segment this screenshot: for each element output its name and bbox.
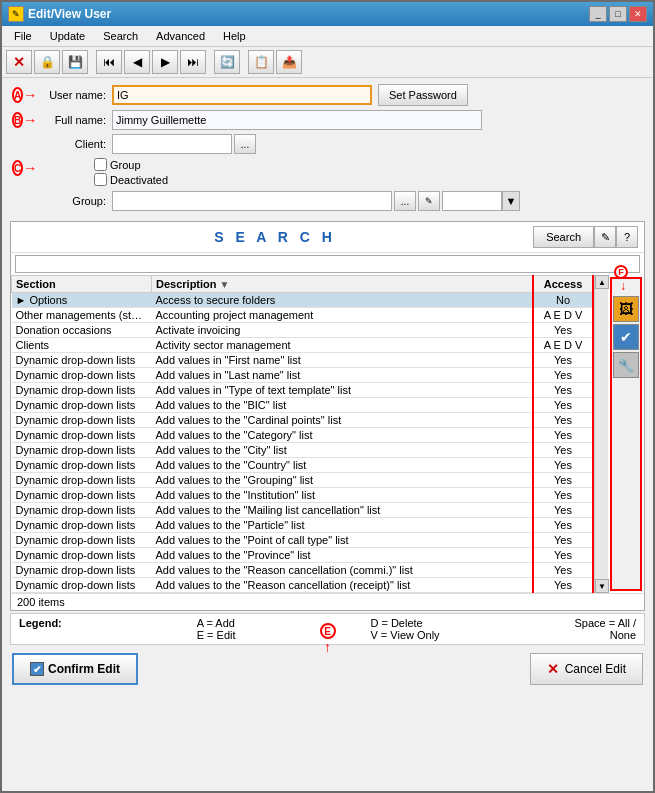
toolbar-close-btn[interactable]: ✕ bbox=[6, 50, 32, 74]
title-bar: ✎ Edit/View User _ □ ✕ bbox=[2, 2, 653, 26]
table-row[interactable]: Donation occasionsActivate invoicingYes bbox=[12, 323, 594, 338]
scrollbar[interactable]: ▲ ▼ bbox=[594, 275, 608, 593]
items-count: 200 items bbox=[11, 593, 644, 610]
table-cell-section: Clients bbox=[12, 338, 152, 353]
table-cell-access: Yes bbox=[533, 458, 593, 473]
table-row[interactable]: Dynamic drop-down listsAdd values to the… bbox=[12, 488, 594, 503]
toolbar-prev-btn[interactable]: ◀ bbox=[124, 50, 150, 74]
col-section: Section bbox=[12, 276, 152, 293]
table-cell-access: Yes bbox=[533, 443, 593, 458]
table-cell-section: Other managements (standar bbox=[12, 308, 152, 323]
table-row[interactable]: Dynamic drop-down listsAdd values to the… bbox=[12, 503, 594, 518]
table-cell-description: Add values to the "City" list bbox=[152, 443, 534, 458]
legend-space1: Space = All / bbox=[575, 617, 636, 629]
table-cell-section: Dynamic drop-down lists bbox=[12, 353, 152, 368]
table-cell-access: Yes bbox=[533, 428, 593, 443]
table-cell-access: Yes bbox=[533, 533, 593, 548]
table-row[interactable]: Dynamic drop-down listsAdd values to the… bbox=[12, 533, 594, 548]
toolbar-next-btn[interactable]: ▶ bbox=[152, 50, 178, 74]
side-tools-btn[interactable]: 🔧 bbox=[613, 352, 639, 378]
table-row[interactable]: Dynamic drop-down listsAdd values to the… bbox=[12, 473, 594, 488]
table-row[interactable]: Dynamic drop-down listsAdd values to the… bbox=[12, 398, 594, 413]
table-cell-access: Yes bbox=[533, 353, 593, 368]
table-cell-section: Dynamic drop-down lists bbox=[12, 428, 152, 443]
toolbar-export-btn[interactable]: 📤 bbox=[276, 50, 302, 74]
group-input[interactable] bbox=[112, 191, 392, 211]
table-row[interactable]: Dynamic drop-down listsAdd values to the… bbox=[12, 413, 594, 428]
table-cell-section: Dynamic drop-down lists bbox=[12, 488, 152, 503]
table-row[interactable]: Dynamic drop-down listsAdd values to the… bbox=[12, 443, 594, 458]
client-browse-button[interactable]: ... bbox=[234, 134, 256, 154]
search-edit-icon[interactable]: ✎ bbox=[594, 226, 616, 248]
menu-help[interactable]: Help bbox=[215, 28, 254, 44]
table-row[interactable]: ► OptionsAccess to secure foldersNo bbox=[12, 293, 594, 308]
deactivated-checkbox-row: Deactivated bbox=[94, 173, 168, 186]
toolbar-lock-btn[interactable]: 🔒 bbox=[34, 50, 60, 74]
menu-file[interactable]: File bbox=[6, 28, 40, 44]
menu-advanced[interactable]: Advanced bbox=[148, 28, 213, 44]
toolbar-first-btn[interactable]: ⏮ bbox=[96, 50, 122, 74]
table-cell-section: Dynamic drop-down lists bbox=[12, 413, 152, 428]
confirm-edit-button[interactable]: ✔ Confirm Edit bbox=[12, 653, 138, 685]
group-row: Group: ... ✎ ▼ bbox=[12, 191, 643, 211]
client-input[interactable] bbox=[112, 134, 232, 154]
table-row[interactable]: Dynamic drop-down listsAdd values to the… bbox=[12, 578, 594, 593]
table-cell-description: Add values to the "Mailing list cancella… bbox=[152, 503, 534, 518]
client-row: Client: ... bbox=[12, 134, 643, 154]
filter-input[interactable] bbox=[15, 255, 640, 273]
legend-col1: A = Add E = Edit bbox=[197, 617, 236, 641]
table-cell-access: Yes bbox=[533, 578, 593, 593]
toolbar-refresh-btn[interactable]: 🔄 bbox=[214, 50, 240, 74]
table-cell-section: Dynamic drop-down lists bbox=[12, 533, 152, 548]
toolbar-save-btn[interactable]: 💾 bbox=[62, 50, 88, 74]
group-dropdown-button[interactable]: ▼ bbox=[502, 191, 520, 211]
table-row[interactable]: Dynamic drop-down listsAdd values to the… bbox=[12, 458, 594, 473]
table-row[interactable]: Dynamic drop-down listsAdd values to the… bbox=[12, 518, 594, 533]
legend-space2: None bbox=[575, 629, 636, 641]
minimize-button[interactable]: _ bbox=[589, 6, 607, 22]
group-checkbox[interactable] bbox=[94, 158, 107, 171]
table-cell-section: Dynamic drop-down lists bbox=[12, 503, 152, 518]
username-label: User name: bbox=[32, 89, 112, 101]
arrow-e-up: ↑ bbox=[324, 639, 331, 655]
title-bar-left: ✎ Edit/View User bbox=[8, 6, 111, 22]
table-row[interactable]: Dynamic drop-down listsAdd values in "La… bbox=[12, 368, 594, 383]
table-cell-description: Add values to the "Point of call type" l… bbox=[152, 533, 534, 548]
maximize-button[interactable]: □ bbox=[609, 6, 627, 22]
side-image-btn[interactable]: 🖼 bbox=[613, 296, 639, 322]
scroll-up-btn[interactable]: ▲ bbox=[595, 275, 609, 289]
scroll-track[interactable] bbox=[595, 289, 608, 579]
username-input[interactable] bbox=[112, 85, 372, 105]
search-panel: S E A R C H Search ✎ ? Section Descripti… bbox=[10, 221, 645, 611]
toolbar: ✕ 🔒 💾 ⏮ ◀ ▶ ⏭ 🔄 📋 📤 bbox=[2, 47, 653, 78]
set-password-button[interactable]: Set Password bbox=[378, 84, 468, 106]
group-field-label: Group: bbox=[32, 195, 112, 207]
menu-update[interactable]: Update bbox=[42, 28, 93, 44]
table-row[interactable]: Dynamic drop-down listsAdd values in "Fi… bbox=[12, 353, 594, 368]
deactivated-checkbox[interactable] bbox=[94, 173, 107, 186]
group-edit-button[interactable]: ✎ bbox=[418, 191, 440, 211]
menu-bar: File Update Search Advanced Help bbox=[2, 26, 653, 47]
search-help-icon[interactable]: ? bbox=[616, 226, 638, 248]
toolbar-last-btn[interactable]: ⏭ bbox=[180, 50, 206, 74]
table-with-side: Section Description ▼ Access ► OptionsAc… bbox=[11, 275, 644, 593]
side-check-btn[interactable]: ✔ bbox=[613, 324, 639, 350]
table-row[interactable]: Other managements (standarAccounting pro… bbox=[12, 308, 594, 323]
table-row[interactable]: Dynamic drop-down listsAdd values to the… bbox=[12, 563, 594, 578]
close-button[interactable]: ✕ bbox=[629, 6, 647, 22]
table-row[interactable]: ClientsActivity sector managementA E D V bbox=[12, 338, 594, 353]
table-cell-section: Donation occasions bbox=[12, 323, 152, 338]
table-cell-description: Add values to the "Institution" list bbox=[152, 488, 534, 503]
table-row[interactable]: Dynamic drop-down listsAdd values in "Ty… bbox=[12, 383, 594, 398]
search-button[interactable]: Search bbox=[533, 226, 594, 248]
group-extra-input[interactable] bbox=[442, 191, 502, 211]
menu-search[interactable]: Search bbox=[95, 28, 146, 44]
toolbar-clipboard-btn[interactable]: 📋 bbox=[248, 50, 274, 74]
scroll-down-btn[interactable]: ▼ bbox=[595, 579, 609, 593]
table-row[interactable]: Dynamic drop-down listsAdd values to the… bbox=[12, 548, 594, 563]
table-cell-section: Dynamic drop-down lists bbox=[12, 548, 152, 563]
table-row[interactable]: Dynamic drop-down listsAdd values to the… bbox=[12, 428, 594, 443]
cancel-edit-button[interactable]: ✕ Cancel Edit bbox=[530, 653, 643, 685]
fullname-input[interactable] bbox=[112, 110, 482, 130]
group-browse-button[interactable]: ... bbox=[394, 191, 416, 211]
